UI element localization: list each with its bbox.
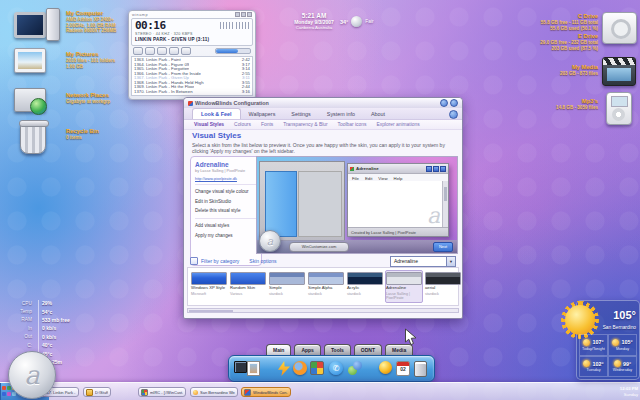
menu-file: File xyxy=(352,176,359,181)
preview-maximize-button xyxy=(433,166,439,172)
mini-weather-temp: 34° xyxy=(340,19,348,25)
dock-bar: ✆ 02 xyxy=(228,355,435,382)
skin-item[interactable]: Simple Alphastardock xyxy=(307,270,345,303)
subtab-fonts[interactable]: Fonts xyxy=(261,122,273,127)
tab-wallpapers[interactable]: Wallpapers xyxy=(241,109,284,119)
mirc-icon[interactable] xyxy=(310,361,324,375)
weather-widget: 105° San Bernardino 107° Today/Tonight 1… xyxy=(576,300,640,380)
forecast-cell: 99° Wednesday xyxy=(608,356,637,378)
tray-icon[interactable] xyxy=(2,386,6,390)
orb-icon[interactable] xyxy=(379,361,392,374)
apply-changes-link[interactable]: Apply my changes xyxy=(195,233,257,238)
winamp-shade-button[interactable] xyxy=(241,12,246,17)
delete-style-link[interactable]: Delete this visual style xyxy=(195,208,257,213)
view-grid-icon[interactable] xyxy=(190,257,198,265)
winamp-playlist[interactable]: 1363. Linkin Park - Faint2:42 1364. Link… xyxy=(131,56,253,96)
next-button[interactable]: Next xyxy=(433,242,453,252)
desktop: My Computer AMD Athlon XP 2400+ 2.00GHz,… xyxy=(0,0,640,400)
wincustomize-button[interactable]: WinCustomize.com xyxy=(289,242,349,252)
skin-options-link[interactable]: Skin options xyxy=(249,258,276,264)
subtab-colours[interactable]: Colours xyxy=(234,122,251,127)
change-colour-link[interactable]: Change visual style colour xyxy=(195,189,257,194)
taskbar-button-weather[interactable]: San Bernardino We... xyxy=(190,387,238,397)
close-button[interactable] xyxy=(450,99,458,107)
tray-icon[interactable] xyxy=(2,392,6,396)
preview-partial-window xyxy=(259,161,345,241)
ipod-icon[interactable] xyxy=(606,92,632,125)
storage-icon[interactable] xyxy=(414,361,427,377)
winamp-track-title: LINKIN PARK - GIVEN UP (3:11) xyxy=(135,37,209,42)
winamp-titlebar[interactable]: winamp xyxy=(129,11,255,18)
display-icon[interactable] xyxy=(234,361,247,373)
filter-by-category-link[interactable]: Filter by category xyxy=(201,258,239,264)
taskbar-button-mirc[interactable]: mIRC - [#WinCust...] xyxy=(138,387,186,397)
subtab-visual-styles[interactable]: Visual Styles xyxy=(194,122,224,127)
winamp-minimize-button[interactable] xyxy=(235,12,240,17)
hard-drive-icon[interactable] xyxy=(602,12,637,44)
sub-tab-strip: Visual Styles Colours Fonts Transparency… xyxy=(184,120,462,130)
tab-system-info[interactable]: System info xyxy=(319,109,363,119)
media-clapper-icon[interactable] xyxy=(602,57,636,86)
skin-item[interactable]: Random SkinVarious xyxy=(229,270,267,303)
winamp-close-button[interactable] xyxy=(247,12,252,17)
tab-about[interactable]: About xyxy=(363,109,393,119)
forecast-grid: 107° Today/Tonight 105° Monday 102° Tues… xyxy=(579,334,637,377)
messenger-icon[interactable] xyxy=(348,361,362,375)
next-button[interactable] xyxy=(181,47,191,55)
sun-icon xyxy=(612,339,619,346)
skin-author: by Lasse Salling | PixelPirate xyxy=(195,169,257,174)
chevron-down-icon[interactable]: ▼ xyxy=(446,257,455,266)
subtab-toolbar-icons[interactable]: Toolbar icons xyxy=(338,122,367,127)
sun-icon xyxy=(583,360,590,367)
windowblinds-icon xyxy=(244,389,251,396)
volume-slider[interactable] xyxy=(215,48,251,54)
help-button[interactable] xyxy=(449,110,458,119)
tab-settings[interactable]: Settings xyxy=(283,109,318,119)
tab-look-and-feel[interactable]: Look & Feel xyxy=(192,108,241,119)
winamp-icon[interactable] xyxy=(278,361,290,376)
add-styles-link[interactable]: Add visual styles xyxy=(195,223,257,228)
preview-bottom-bar: WinCustomize.com Next xyxy=(257,240,457,253)
skin-thumbnail xyxy=(386,272,422,285)
calendar-icon[interactable]: 02 xyxy=(396,361,410,376)
taskbar-button-folder[interactable]: D:\Stuff xyxy=(83,387,111,397)
taskbar-button-windowblinds[interactable]: WindowBlinds Con... xyxy=(241,387,291,397)
winamp-controls xyxy=(129,46,255,56)
skin-item[interactable]: Simplestardock xyxy=(268,270,306,303)
skin-select-dropdown[interactable]: Adrenaline ▼ xyxy=(390,256,456,267)
skin-thumbnail xyxy=(230,272,266,285)
skin-url-link[interactable]: http://www.pixelpirate.dk xyxy=(195,176,257,181)
tray-clock: 12:03 PM Sunday xyxy=(620,386,638,397)
forecast-cell: 107° Today/Tonight xyxy=(579,334,608,356)
subtab-transparency[interactable]: Transparency & Blur xyxy=(283,122,327,127)
previous-button[interactable] xyxy=(133,47,143,55)
subtab-explorer-animations[interactable]: Explorer animations xyxy=(376,122,419,127)
skype-icon[interactable]: ✆ xyxy=(329,361,343,375)
skin-item[interactable]: aerialstardock xyxy=(424,270,462,303)
preview-grey-panel xyxy=(298,171,342,237)
pause-button[interactable] xyxy=(157,47,167,55)
edit-skinstudio-link[interactable]: Edit in SkinStudio xyxy=(195,199,257,204)
skin-item[interactable]: Acrylicstardock xyxy=(346,270,384,303)
mini-weather-widget: 34° Fair xyxy=(340,16,374,27)
current-temp: 105° xyxy=(613,309,636,321)
adrenaline-drop-logo: a xyxy=(259,230,281,252)
horizontal-scrollbar[interactable] xyxy=(187,308,459,313)
taskbar: 1367. Linkin Park - ... D:\Stuff mIRC - … xyxy=(0,382,640,400)
preview-close-button xyxy=(440,166,446,172)
tray-icon[interactable] xyxy=(7,392,11,396)
forecast-cell: 105° Monday xyxy=(608,334,637,356)
preview-statusbar: Created by Lasse Salling | PixelPirate xyxy=(348,227,448,236)
play-button[interactable] xyxy=(145,47,155,55)
playlist-item[interactable]: 1370. Linkin Park - In Between3:16 xyxy=(134,90,250,95)
photos-icon[interactable] xyxy=(247,361,260,376)
winamp-player[interactable]: winamp 00:16 STEREO · 44 KHZ · 320 KBPS … xyxy=(128,10,256,100)
firefox-icon[interactable] xyxy=(293,361,307,375)
skin-item-selected[interactable]: AdrenalineLasse Salling | PixelPirate xyxy=(385,270,423,303)
skin-thumbnail xyxy=(269,272,305,285)
my-media-label: My Media 203 GB - 873 files xyxy=(486,64,598,77)
minimize-button[interactable] xyxy=(440,99,448,107)
stop-button[interactable] xyxy=(169,47,179,55)
skin-item[interactable]: Windows XP StyleMicrosoft xyxy=(190,270,228,303)
windowblinds-window: WindowBlinds Configuration Look & Feel W… xyxy=(183,97,463,319)
